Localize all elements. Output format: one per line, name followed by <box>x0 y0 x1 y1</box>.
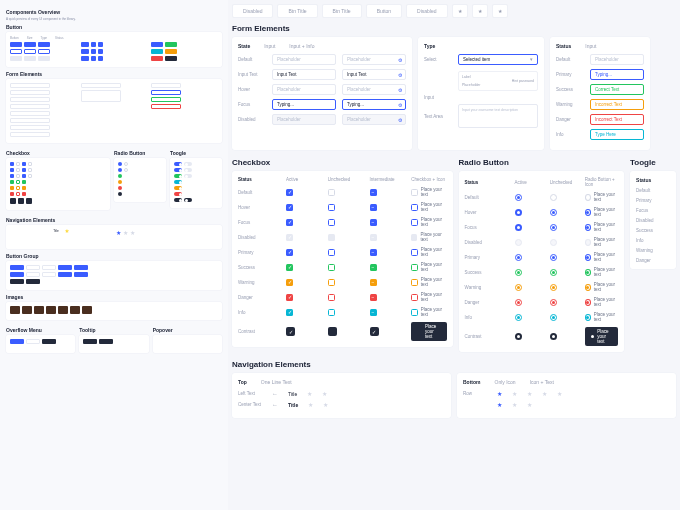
checkbox-with-label[interactable]: Place your text <box>411 307 446 317</box>
checkbox-with-label[interactable]: Place your text <box>411 247 446 257</box>
input-hover[interactable]: Placeholder <box>272 84 336 95</box>
radio[interactable] <box>515 314 522 321</box>
radio-with-label[interactable]: Place your text <box>585 297 618 307</box>
checkbox[interactable] <box>328 219 335 226</box>
checkbox[interactable] <box>328 264 335 271</box>
radio[interactable] <box>550 269 557 276</box>
input-text-info[interactable]: Input Text⚙ <box>342 69 406 80</box>
input-disabled-info: Placeholder⚙ <box>342 114 406 125</box>
input-default-info[interactable]: Placeholder⚙ <box>342 54 406 65</box>
radio[interactable] <box>550 239 557 246</box>
radio[interactable] <box>515 194 522 201</box>
status-input-success[interactable]: Correct Text <box>590 84 644 95</box>
radio[interactable] <box>550 333 557 340</box>
status-input-warning[interactable]: Incorrect Text <box>590 99 644 110</box>
radio-with-label[interactable]: Place your text <box>585 222 618 232</box>
radio[interactable] <box>515 239 522 246</box>
checkbox[interactable] <box>328 234 335 241</box>
radio[interactable] <box>550 284 557 291</box>
form-section-title: Form Elements <box>232 24 676 33</box>
input-text[interactable]: Input Text <box>272 69 336 80</box>
checkbox-with-label[interactable]: Place your text <box>411 217 446 227</box>
checkbox[interactable]: ✓ <box>286 219 293 226</box>
checkbox[interactable] <box>328 309 335 316</box>
checkbox[interactable] <box>328 279 335 286</box>
radio-with-label[interactable]: Place your text <box>585 312 618 322</box>
checkbox[interactable] <box>328 327 337 336</box>
radio-with-label[interactable]: Place your text <box>585 282 618 292</box>
checkbox[interactable]: − <box>370 234 377 241</box>
radio-with-label[interactable]: Place your text <box>585 327 618 346</box>
checkbox[interactable]: − <box>370 264 377 271</box>
form-preview-panel <box>6 79 222 143</box>
checkbox[interactable]: − <box>370 189 377 196</box>
radio[interactable] <box>550 209 557 216</box>
select-dropdown[interactable]: LabelHint passwordPlaceholder <box>458 71 538 91</box>
checkbox[interactable]: ✓ <box>286 249 293 256</box>
checkbox-with-label[interactable]: Place your text <box>411 292 446 302</box>
status-input-default[interactable]: Placeholder <box>590 54 644 65</box>
checkbox[interactable]: ✓ <box>286 234 293 241</box>
checkbox[interactable]: − <box>370 294 377 301</box>
top-tabs: Disabled Btn Title Btn Title Button Disa… <box>232 4 676 18</box>
radio[interactable] <box>550 224 557 231</box>
nav-preview-panel: Title⭐ ★★★ <box>6 225 222 249</box>
status-input-danger[interactable]: Incorrect Text <box>590 114 644 125</box>
checkbox[interactable]: ✓ <box>370 327 379 336</box>
radio[interactable] <box>515 254 522 261</box>
checkbox[interactable]: ✓ <box>286 204 293 211</box>
checkbox[interactable]: ✓ <box>286 279 293 286</box>
input-focus-info[interactable]: Typing...⚙ <box>342 99 406 110</box>
status-input-info[interactable]: Type Here <box>590 129 644 140</box>
textarea-input[interactable]: Input your awesome text description <box>458 104 538 128</box>
radio[interactable] <box>550 254 557 261</box>
checkbox-with-label[interactable]: Place your text <box>411 262 446 272</box>
checkbox-with-label[interactable]: Place your text <box>411 277 446 287</box>
radio[interactable] <box>550 299 557 306</box>
checkbox[interactable]: ✓ <box>286 309 293 316</box>
checkbox[interactable]: ✓ <box>286 264 293 271</box>
radio[interactable] <box>515 269 522 276</box>
tab-disabled[interactable]: Disabled <box>232 4 273 18</box>
radio[interactable] <box>515 284 522 291</box>
checkbox[interactable]: − <box>370 204 377 211</box>
radio[interactable] <box>515 333 522 340</box>
checkbox[interactable] <box>328 294 335 301</box>
radio-with-label[interactable]: Place your text <box>585 192 618 202</box>
tab-disabled-2[interactable]: Disabled <box>406 4 447 18</box>
radio[interactable] <box>515 224 522 231</box>
select-input[interactable]: Selected item▾ <box>458 54 538 65</box>
tab-btntitle-1[interactable]: Btn Title <box>277 4 317 18</box>
checkbox[interactable]: − <box>370 219 377 226</box>
tab-button[interactable]: Button <box>366 4 402 18</box>
radio[interactable] <box>550 314 557 321</box>
checkbox[interactable] <box>328 189 335 196</box>
tab-icon-2[interactable]: ★ <box>472 4 488 18</box>
checkbox-with-label[interactable]: Place your text <box>411 202 446 212</box>
tab-icon-1[interactable]: ★ <box>452 4 468 18</box>
checkbox[interactable]: ✓ <box>286 294 293 301</box>
checkbox[interactable]: − <box>370 249 377 256</box>
checkbox[interactable] <box>328 204 335 211</box>
radio[interactable] <box>550 194 557 201</box>
radio-with-label[interactable]: Place your text <box>585 237 618 247</box>
checkbox-with-label[interactable]: Place your text <box>411 187 446 197</box>
radio-with-label[interactable]: Place your text <box>585 267 618 277</box>
checkbox[interactable]: − <box>370 279 377 286</box>
checkbox[interactable]: ✓ <box>286 327 295 336</box>
checkbox[interactable] <box>328 249 335 256</box>
input-default[interactable]: Placeholder <box>272 54 336 65</box>
input-focus[interactable]: Typing... <box>272 99 336 110</box>
checkbox[interactable]: − <box>370 309 377 316</box>
input-hover-info[interactable]: Placeholder⚙ <box>342 84 406 95</box>
radio-with-label[interactable]: Place your text <box>585 207 618 217</box>
checkbox-with-label[interactable]: Place your text <box>411 322 446 341</box>
radio[interactable] <box>515 209 522 216</box>
checkbox[interactable]: ✓ <box>286 189 293 196</box>
status-input-primary[interactable]: Typing... <box>590 69 644 80</box>
tab-icon-3[interactable]: ★ <box>492 4 508 18</box>
radio[interactable] <box>515 299 522 306</box>
checkbox-with-label[interactable]: Place your text <box>411 232 446 242</box>
tab-btntitle-2[interactable]: Btn Title <box>322 4 362 18</box>
radio-with-label[interactable]: Place your text <box>585 252 618 262</box>
